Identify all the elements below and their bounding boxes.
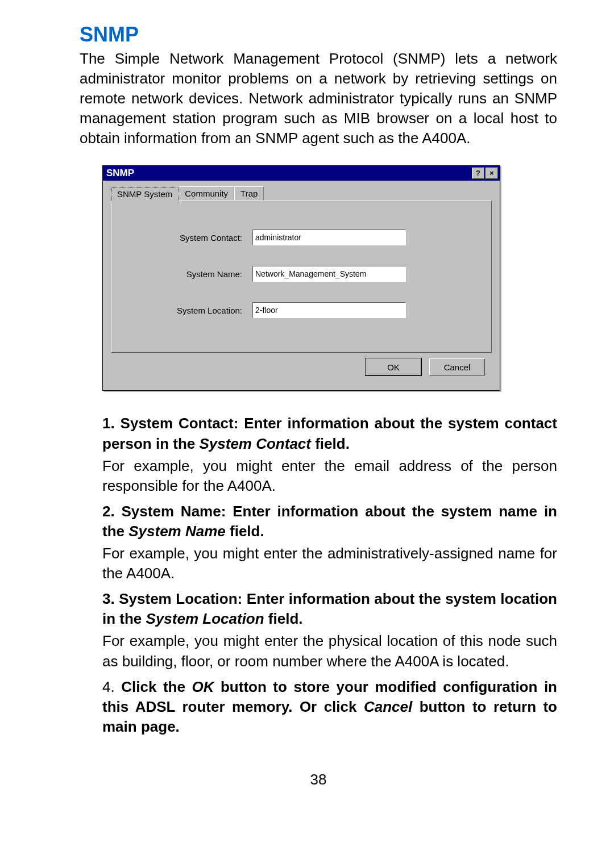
tab-row: SNMP System Community Trap [111, 186, 492, 201]
marker-2: 2. [102, 503, 115, 520]
ok-button[interactable]: OK [366, 358, 421, 375]
dialog-window: SNMP ? × SNMP System Community Trap Syst… [102, 165, 500, 391]
em-4b: Cancel [364, 698, 412, 715]
dialog-body: SNMP System Community Trap System Contac… [103, 181, 500, 390]
sub-3: For example, you might enter the physica… [102, 631, 557, 671]
titlebar-text: SNMP [106, 168, 471, 179]
tab-community[interactable]: Community [179, 186, 234, 201]
intro-paragraph: The Simple Network Management Protocol (… [80, 49, 557, 148]
close-icon[interactable]: × [486, 168, 498, 179]
label-system-location: System Location: [128, 306, 252, 315]
em-2: System Name [128, 523, 226, 540]
row-system-contact: System Contact: administrator [128, 229, 474, 245]
em-3: System Location [146, 610, 264, 627]
instruction-2: 2. System Name: Enter information about … [102, 502, 557, 583]
label-system-name: System Name: [128, 269, 252, 279]
text-2b: field. [226, 523, 264, 540]
marker-4: 4. [102, 678, 115, 695]
marker-3: 3. [102, 590, 115, 607]
em-4a: OK [192, 678, 214, 695]
help-icon[interactable]: ? [472, 168, 484, 179]
sub-2: For example, you might enter the adminis… [102, 544, 557, 583]
text-1b: field. [311, 435, 350, 452]
row-system-name: System Name: Network_Management_System [128, 266, 474, 282]
input-system-contact[interactable]: administrator [252, 229, 406, 245]
titlebar: SNMP ? × [103, 166, 500, 181]
sub-1: For example, you might enter the email a… [102, 456, 557, 496]
section-heading: SNMP [80, 23, 557, 47]
cancel-button[interactable]: Cancel [429, 358, 485, 375]
input-system-location[interactable]: 2-floor [252, 302, 406, 318]
tab-snmp-system[interactable]: SNMP System [111, 187, 179, 201]
snmp-dialog-screenshot: SNMP ? × SNMP System Community Trap Syst… [102, 165, 500, 391]
text-4a: Click the [121, 678, 192, 695]
instructions-list: 1. System Contact: Enter information abo… [80, 414, 557, 736]
row-system-location: System Location: 2-floor [128, 302, 474, 318]
input-system-name[interactable]: Network_Management_System [252, 266, 406, 282]
button-row: OK Cancel [111, 353, 492, 382]
label-system-contact: System Contact: [128, 233, 252, 243]
tab-trap[interactable]: Trap [234, 186, 264, 201]
instruction-4: 4. Click the OK button to store your mod… [102, 677, 557, 737]
marker-1: 1. [102, 415, 115, 432]
tab-panel: System Contact: administrator System Nam… [111, 201, 492, 353]
page-number: 38 [80, 771, 557, 788]
instruction-1: 1. System Contact: Enter information abo… [102, 414, 557, 495]
instruction-3: 3. System Location: Enter information ab… [102, 589, 557, 671]
em-1: System Contact [199, 435, 311, 452]
text-3b: field. [264, 610, 303, 627]
